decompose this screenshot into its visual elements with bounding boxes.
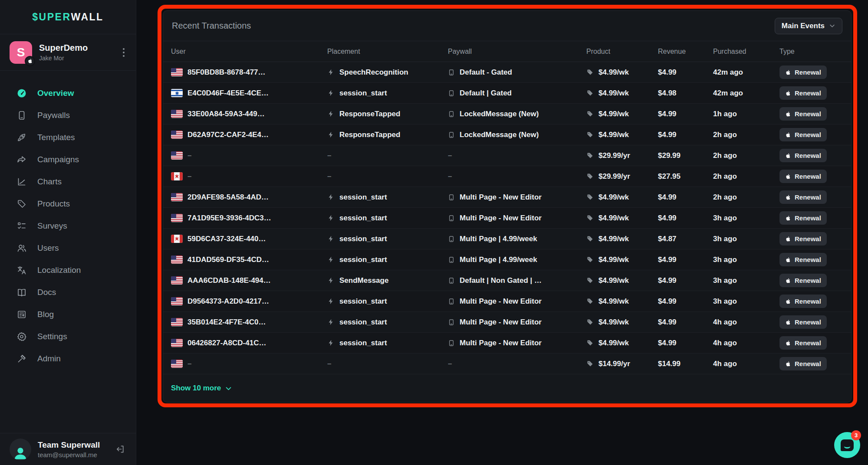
sidebar-item-charts[interactable]: Charts [0,170,136,193]
paywall-name: Multi Page | 4.99/week [460,255,537,264]
placement-name: session_start [339,255,387,264]
purchased-time: 4h ago [713,339,779,347]
transaction-type-label: Renewal [795,193,821,201]
paywall-icon [448,194,455,201]
sidebar-item-campaigns[interactable]: Campaigns [0,148,136,170]
transaction-type-badge: Renewal [779,336,827,350]
sidebar-item-overview[interactable]: Overview [0,82,136,104]
sidebar-item-users[interactable]: Users [0,237,136,259]
sidebar-item-label: Paywalls [37,111,70,120]
sidebar-item-label: Overview [37,88,74,98]
paywall-name: LockedMessage (New) [460,131,539,139]
paywall-icon [448,236,455,242]
product-price: $4.99/wk [598,276,629,285]
table-row[interactable]: D9564373-A2D0-4217… session_start Multi … [163,291,851,312]
logout-icon[interactable] [114,442,127,456]
main-events-dropdown[interactable]: Main Events [775,18,842,34]
transaction-type-label: Renewal [795,214,821,222]
table-row[interactable]: 59D6CA37-324E-440… session_start Multi P… [163,229,851,249]
table-row[interactable]: 7A1D95E9-3936-4DC3… session_start Multi … [163,208,851,229]
paywall-icon [448,111,455,118]
user-id: 06426827-A8CD-41C… [187,339,266,347]
sidebar-item-label: Campaigns [37,155,79,164]
flag-us-icon [171,193,183,201]
table-row[interactable]: D62A97C2-CAF2-4E4… ResponseTapped Locked… [163,124,851,145]
tag-icon [586,110,594,118]
apple-icon [785,215,791,221]
purchased-time: 3h ago [713,255,779,264]
sidebar-item-label: Templates [37,133,75,142]
transaction-type-label: Renewal [795,89,821,97]
purchased-time: 42m ago [713,89,779,98]
table-row[interactable]: – – – $14.99/yr $14.99 4h ago Renewal [163,354,851,374]
transaction-type-badge: Renewal [779,253,827,266]
apple-platform-icon [25,56,35,66]
chat-launcher-button[interactable]: 3 [834,432,860,458]
user-id: E4C0D46F-4E5E-4CE… [187,89,269,98]
user-id: D62A97C2-CAF2-4E4… [187,131,269,139]
sidebar-item-docs[interactable]: Docs [0,281,136,303]
gear-icon [16,331,27,342]
table-row[interactable]: 06426827-A8CD-41C… session_start Multi P… [163,333,851,354]
sidebar-item-localization[interactable]: Localization [0,259,136,281]
bolt-icon [327,298,335,305]
paywall-icon [448,215,455,222]
placement-name: session_start [339,89,387,98]
transaction-type-label: Renewal [795,298,821,305]
sidebar-item-templates[interactable]: Templates [0,126,136,148]
main-content: Recent Transactions Main Events UserPlac… [136,0,868,465]
apple-icon [785,111,791,117]
chat-icon [841,439,854,451]
sidebar-item-surveys[interactable]: Surveys [0,215,136,237]
table-row[interactable]: – – – $29.99/yr $29.99 2h ago Renewal [163,145,851,166]
flag-us-icon [171,360,183,368]
table-row[interactable]: AAA6CDAB-148E-494… SendMessage Default |… [163,270,851,291]
bolt-icon [327,193,335,201]
purchased-time: 42m ago [713,68,779,77]
table-row[interactable]: 33E00A84-59A3-449… ResponseTapped Locked… [163,104,851,124]
sidebar-item-label: Settings [37,332,67,341]
tag-icon [586,89,594,97]
chat-unread-badge: 3 [851,430,861,440]
bolt-icon [327,131,335,138]
user-id: 2D9AFE98-5A58-4AD… [187,193,269,202]
flag-us-icon [171,297,183,305]
revenue-value: $4.99 [658,297,713,306]
sidebar-item-paywalls[interactable]: Paywalls [0,104,136,126]
bolt-icon [327,318,335,326]
revenue-value: $4.99 [658,110,713,118]
transaction-type-badge: Renewal [779,65,827,79]
sidebar-item-admin[interactable]: Admin [0,347,136,370]
table-row[interactable]: 2D9AFE98-5A58-4AD… session_start Multi P… [163,187,851,208]
product-price: $4.99/wk [598,297,629,306]
translate-icon [16,265,27,275]
show-more-label: Show 10 more [171,384,221,393]
sidebar-item-settings[interactable]: Settings [0,325,136,347]
user-id: 59D6CA37-324E-440… [187,235,266,243]
table-row[interactable]: 85F0BD8B-8678-477… SpeechRecognition Def… [163,62,851,83]
app-menu-kebab-icon[interactable] [120,46,127,59]
sidebar-item-products[interactable]: Products [0,193,136,215]
paywall-name: – [448,151,452,160]
table-row[interactable]: E4C0D46F-4E5E-4CE… session_start Default… [163,83,851,104]
tag-icon [586,193,594,201]
show-more-button[interactable]: Show 10 more [171,384,232,393]
flag-ca-icon [171,235,183,243]
gauge-icon [16,88,27,98]
revenue-value: $29.99 [658,151,713,160]
product-price: $4.99/wk [598,255,629,264]
table-row[interactable]: 41DAD569-DF35-4CD… session_start Multi P… [163,249,851,270]
transactions-table: 85F0BD8B-8678-477… SpeechRecognition Def… [163,62,851,374]
paywall-name: Default - Gated [460,68,512,77]
paywall-name: Default | Gated [460,89,512,98]
apple-icon [785,153,791,159]
user-id: 7A1D95E9-3936-4DC3… [187,214,271,223]
table-row[interactable]: 35B014E2-4F7E-4C0… session_start Multi P… [163,312,851,333]
revenue-value: $4.98 [658,89,713,98]
revenue-value: $4.99 [658,255,713,264]
app-switcher[interactable]: S SuperDemo Jake Mor [0,34,136,71]
sidebar-item-blog[interactable]: Blog [0,303,136,325]
product-price: $4.99/wk [598,214,629,223]
table-row[interactable]: – – – $29.99/yr $27.95 2h ago Renewal [163,166,851,187]
paywall-name: LockedMessage (New) [460,110,539,118]
